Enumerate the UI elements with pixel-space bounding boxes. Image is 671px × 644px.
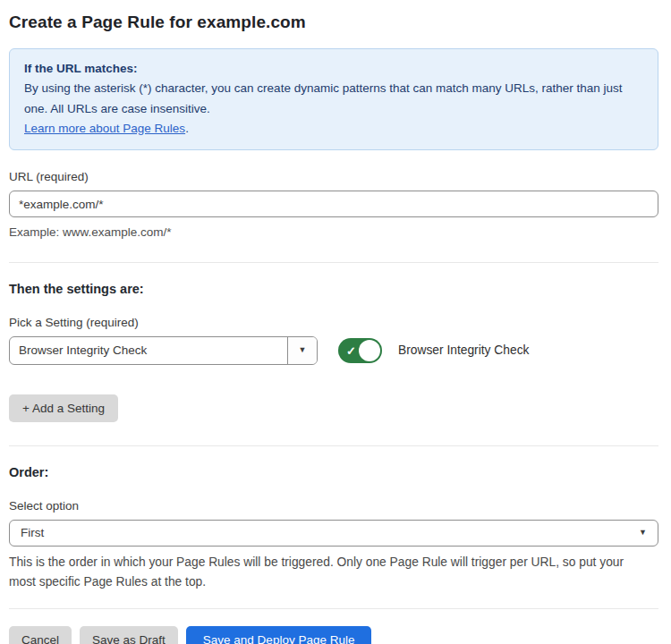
order-section-heading: Order: (9, 465, 658, 479)
pick-setting-label: Pick a Setting (required) (9, 316, 658, 329)
url-example-helper: Example: www.example.com/* (9, 224, 658, 242)
link-period: . (185, 122, 189, 135)
learn-more-link[interactable]: Learn more about Page Rules (24, 122, 185, 135)
browser-integrity-toggle[interactable]: ✓ (338, 338, 382, 363)
divider (9, 608, 658, 609)
order-select-value: First (21, 526, 44, 539)
check-icon: ✓ (346, 343, 356, 357)
setting-row: Browser Integrity Check ▼ ✓ Browser Inte… (9, 336, 658, 365)
form-actions: Cancel Save as Draft Save and Deploy Pag… (9, 626, 658, 644)
url-field-label: URL (required) (9, 170, 658, 183)
setting-dropdown-value: Browser Integrity Check (10, 337, 287, 364)
url-match-info-box: If the URL matches: By using the asteris… (9, 48, 658, 150)
order-select[interactable]: First ▼ (9, 520, 658, 547)
toggle-label: Browser Integrity Check (398, 343, 529, 357)
toggle-group: ✓ Browser Integrity Check (338, 338, 529, 363)
save-and-deploy-button[interactable]: Save and Deploy Page Rule (186, 626, 372, 644)
divider (9, 262, 658, 263)
info-box-body: By using the asterisk (*) character, you… (24, 79, 643, 119)
chevron-down-icon: ▼ (639, 529, 647, 537)
info-box-heading: If the URL matches: (24, 59, 643, 79)
page-title: Create a Page Rule for example.com (9, 13, 658, 32)
url-input[interactable] (9, 191, 658, 217)
add-setting-button[interactable]: + Add a Setting (9, 394, 118, 422)
settings-section-heading: Then the settings are: (9, 282, 658, 296)
setting-dropdown[interactable]: Browser Integrity Check ▼ (9, 336, 318, 365)
order-helper-text: This is the order in which your Page Rul… (9, 553, 658, 592)
page-rule-form: Create a Page Rule for example.com If th… (0, 0, 671, 644)
order-select-label: Select option (9, 499, 658, 513)
toggle-knob (359, 340, 380, 361)
chevron-down-icon: ▼ (299, 346, 307, 354)
cancel-button[interactable]: Cancel (9, 626, 72, 644)
setting-dropdown-arrow-button[interactable]: ▼ (287, 337, 317, 364)
divider (9, 445, 658, 446)
info-box-link-line: Learn more about Page Rules. (24, 119, 643, 139)
save-as-draft-button[interactable]: Save as Draft (80, 626, 178, 644)
